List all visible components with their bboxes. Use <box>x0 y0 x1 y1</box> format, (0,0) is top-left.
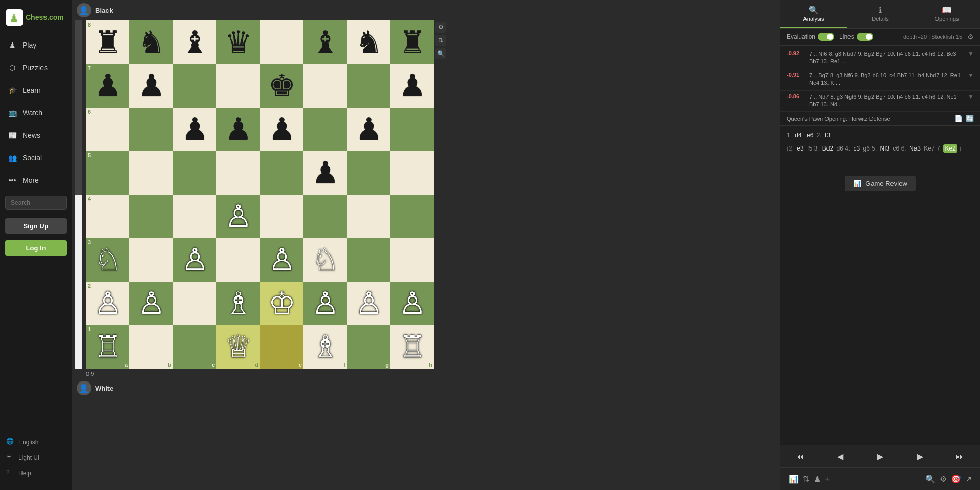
square-c3[interactable]: ♙ <box>173 238 216 282</box>
nav-prev-button[interactable]: ◀ <box>820 445 860 467</box>
square-g8[interactable]: ♞ <box>347 20 390 64</box>
piece-e7[interactable]: ♚ <box>268 71 296 101</box>
analysis-settings-button[interactable]: ⚙ <box>967 33 974 41</box>
piece-a3[interactable]: ♘ <box>94 245 122 275</box>
line-expand-2[interactable]: ▼ <box>968 72 974 79</box>
piece-g2[interactable]: ♙ <box>355 288 383 319</box>
piece-c6[interactable]: ♟ <box>181 114 209 145</box>
piece-e2[interactable]: ♔ <box>268 288 296 319</box>
sidebar-item-play[interactable]: ♟ Play <box>0 34 72 56</box>
square-b1[interactable]: b <box>129 325 173 369</box>
square-b8[interactable]: ♞ <box>129 20 173 64</box>
piece-f3[interactable]: ♘ <box>312 245 339 275</box>
square-b3[interactable] <box>129 238 173 282</box>
logo[interactable]: ♟ Chess.com <box>0 5 70 34</box>
square-f4[interactable] <box>303 195 347 238</box>
piece-d1[interactable]: ♕ <box>225 332 252 363</box>
square-d3[interactable] <box>216 238 260 282</box>
square-a8[interactable]: 8♜ <box>86 20 129 64</box>
target-button[interactable]: 🎯 <box>949 472 963 486</box>
piece-c3[interactable]: ♙ <box>181 245 209 275</box>
sidebar-item-watch[interactable]: 📺 Watch <box>0 101 72 124</box>
piece-a8[interactable]: ♜ <box>94 27 122 58</box>
piece-f8[interactable]: ♝ <box>312 27 339 58</box>
piece-d4[interactable]: ♙ <box>225 201 252 232</box>
square-f8[interactable]: ♝ <box>303 20 347 64</box>
square-d8[interactable]: ♛ <box>216 20 260 64</box>
tab-openings[interactable]: 📖 Openings <box>913 0 980 28</box>
square-a7[interactable]: 7♟ <box>86 64 129 108</box>
tab-analysis[interactable]: 🔍 Analysis <box>780 0 847 28</box>
square-g3[interactable] <box>347 238 390 282</box>
sidebar-item-help[interactable]: ? Help <box>0 465 72 481</box>
square-c8[interactable]: ♝ <box>173 20 216 64</box>
piece-a1[interactable]: ♖ <box>94 332 122 363</box>
piece-h2[interactable]: ♙ <box>399 288 426 319</box>
square-g6[interactable]: ♟ <box>347 108 390 151</box>
square-c7[interactable] <box>173 64 216 108</box>
flip-button[interactable]: ⇅ <box>435 35 446 46</box>
nav-first-button[interactable]: ⏮ <box>780 445 820 467</box>
nav-next-button[interactable]: ▶ <box>900 445 940 467</box>
piece-a2[interactable]: ♙ <box>94 288 122 319</box>
nav-last-button[interactable]: ⏭ <box>940 445 980 467</box>
square-b4[interactable] <box>129 195 173 238</box>
zoom-in-button[interactable]: 🔍 <box>923 472 938 486</box>
piece-f1[interactable]: ♗ <box>312 332 339 363</box>
square-h2[interactable]: ♙ <box>390 282 434 325</box>
move1-white[interactable]: d4 <box>793 131 805 139</box>
square-e5[interactable] <box>260 151 303 195</box>
piece-b2[interactable]: ♙ <box>138 288 165 319</box>
square-d1[interactable]: d♕ <box>216 325 260 369</box>
sidebar-item-theme[interactable]: ☀ Light UI <box>0 450 72 465</box>
square-g7[interactable] <box>347 64 390 108</box>
square-f7[interactable] <box>303 64 347 108</box>
line-expand-1[interactable]: ▼ <box>968 50 974 57</box>
signup-button[interactable]: Sign Up <box>5 218 67 234</box>
square-d7[interactable] <box>216 64 260 108</box>
piece-f2[interactable]: ♙ <box>312 288 339 319</box>
line-row-3[interactable]: -0.86 7... Nd7 8. g3 Ngf6 9. Bg2 Bg7 10.… <box>780 91 980 112</box>
piece-b8[interactable]: ♞ <box>138 27 165 58</box>
square-g4[interactable] <box>347 195 390 238</box>
settings-extra-button[interactable]: ⚙ <box>938 472 949 486</box>
square-e7[interactable]: ♚ <box>260 64 303 108</box>
piece-h1[interactable]: ♖ <box>399 332 426 363</box>
square-b7[interactable]: ♟ <box>129 64 173 108</box>
extra-btn-3[interactable]: ♟ <box>812 472 823 486</box>
line-row-1[interactable]: -0.92 7... Nf6 8. g3 Nbd7 9. Bg2 Bg7 10.… <box>780 48 980 69</box>
square-f6[interactable] <box>303 108 347 151</box>
search-input[interactable] <box>5 196 67 210</box>
piece-d2[interactable]: ♗ <box>225 288 252 319</box>
square-b2[interactable]: ♙ <box>129 282 173 325</box>
square-f1[interactable]: f♗ <box>303 325 347 369</box>
piece-f5[interactable]: ♟ <box>312 158 339 188</box>
square-h5[interactable] <box>390 151 434 195</box>
share-button[interactable]: ↗ <box>963 472 974 486</box>
square-f3[interactable]: ♘ <box>303 238 347 282</box>
square-e2[interactable]: ♔ <box>260 282 303 325</box>
square-h4[interactable] <box>390 195 434 238</box>
piece-g6[interactable]: ♟ <box>355 114 383 145</box>
move1-black[interactable]: e6 <box>805 131 817 139</box>
square-g2[interactable]: ♙ <box>347 282 390 325</box>
opening-book-button[interactable]: 📄 <box>954 115 963 122</box>
square-c4[interactable] <box>173 195 216 238</box>
sidebar-item-learn[interactable]: 🎓 Learn <box>0 79 72 101</box>
square-d5[interactable] <box>216 151 260 195</box>
square-c5[interactable] <box>173 151 216 195</box>
square-g5[interactable] <box>347 151 390 195</box>
evaluation-toggle[interactable] <box>818 33 834 41</box>
var-e3[interactable]: e3 <box>795 144 805 153</box>
square-f5[interactable]: ♟ <box>303 151 347 195</box>
sidebar-item-puzzles[interactable]: ⬡ Puzzles <box>0 56 72 79</box>
piece-g8[interactable]: ♞ <box>355 27 383 58</box>
square-e6[interactable]: ♟ <box>260 108 303 151</box>
tab-details[interactable]: ℹ Details <box>847 0 913 28</box>
zoom-button[interactable]: 🔍 <box>435 48 446 59</box>
square-g1[interactable]: g <box>347 325 390 369</box>
square-a2[interactable]: 2♙ <box>86 282 129 325</box>
square-c6[interactable]: ♟ <box>173 108 216 151</box>
extra-btn-1[interactable]: 📊 <box>787 472 801 486</box>
sidebar-item-social[interactable]: 👥 Social <box>0 146 72 169</box>
